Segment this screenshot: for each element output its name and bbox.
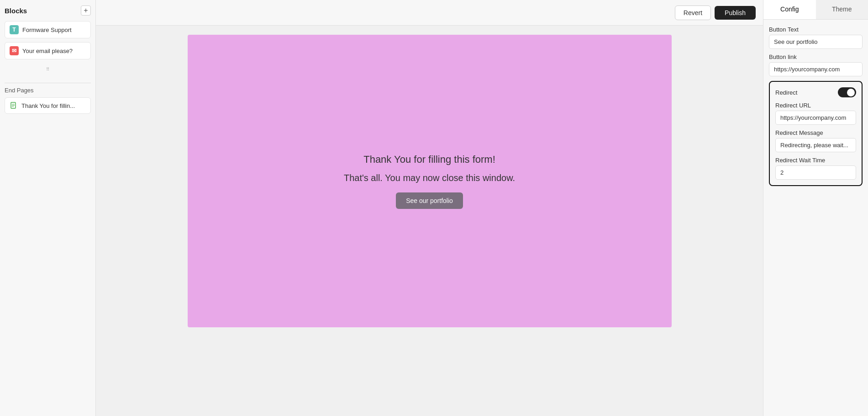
- redirect-toggle[interactable]: [838, 87, 856, 97]
- block-label-formware: Formware Support: [22, 27, 72, 33]
- sidebar-divider: [5, 83, 91, 83]
- redirect-wait-input[interactable]: [775, 165, 856, 180]
- block-item-formware[interactable]: T Formware Support: [5, 21, 91, 38]
- redirect-wait-label: Redirect Wait Time: [775, 157, 856, 164]
- redirect-header: Redirect: [775, 87, 856, 97]
- redirect-message-label: Redirect Message: [775, 129, 856, 136]
- add-block-button[interactable]: +: [81, 5, 91, 16]
- tab-theme[interactable]: Theme: [816, 0, 868, 19]
- redirect-url-group: Redirect URL: [775, 102, 856, 125]
- canvas-portfolio-button[interactable]: See our portfolio: [396, 192, 463, 209]
- toolbar: Revert Publish: [96, 0, 763, 26]
- button-text-group: Button Text: [769, 26, 863, 49]
- canvas: Thank You for filling this form! That's …: [188, 35, 672, 327]
- end-page-label-thankyou: Thank You for fillin...: [21, 102, 75, 109]
- sidebar-title: Blocks: [5, 7, 27, 15]
- right-panel: Config Theme Button Text Button link Red…: [763, 0, 868, 416]
- block-icon-t: T: [10, 25, 19, 34]
- block-icon-email: ✉: [10, 46, 19, 55]
- canvas-wrapper: Thank You for filling this form! That's …: [96, 26, 763, 416]
- redirect-message-input[interactable]: [775, 138, 856, 152]
- drag-dots: ⠿: [46, 67, 50, 72]
- canvas-sub-text: That's all. You may now close this windo…: [344, 173, 515, 183]
- button-link-input[interactable]: [769, 62, 863, 76]
- block-item-email[interactable]: ✉ Your email please?: [5, 42, 91, 59]
- redirect-title: Redirect: [775, 89, 797, 96]
- redirect-message-group: Redirect Message: [775, 129, 856, 152]
- toggle-slider: [838, 87, 856, 97]
- redirect-section: Redirect Redirect URL Redirect Message R…: [769, 81, 863, 186]
- tab-config[interactable]: Config: [763, 0, 816, 19]
- end-page-item-thankyou[interactable]: Thank You for fillin...: [5, 97, 91, 114]
- right-panel-tabs: Config Theme: [763, 0, 868, 20]
- drag-handle-area: ⠿: [5, 67, 91, 72]
- revert-button[interactable]: Revert: [675, 5, 711, 20]
- block-label-email: Your email please?: [22, 48, 73, 54]
- right-panel-config-content: Button Text Button link Redirect Redirec…: [763, 20, 868, 192]
- redirect-url-label: Redirect URL: [775, 102, 856, 109]
- sidebar: Blocks + T Formware Support ✉ Your email…: [0, 0, 96, 416]
- main-area: Revert Publish Thank You for filling thi…: [96, 0, 763, 416]
- canvas-main-text: Thank You for filling this form!: [363, 154, 495, 165]
- end-pages-title: End Pages: [5, 87, 91, 94]
- button-link-label: Button link: [769, 53, 863, 60]
- end-page-icon: [10, 101, 18, 110]
- redirect-url-input[interactable]: [775, 111, 856, 125]
- publish-button[interactable]: Publish: [715, 6, 756, 20]
- button-link-group: Button link: [769, 53, 863, 76]
- sidebar-header: Blocks +: [5, 5, 91, 16]
- redirect-wait-group: Redirect Wait Time: [775, 157, 856, 180]
- button-text-label: Button Text: [769, 26, 863, 33]
- button-text-input[interactable]: [769, 35, 863, 49]
